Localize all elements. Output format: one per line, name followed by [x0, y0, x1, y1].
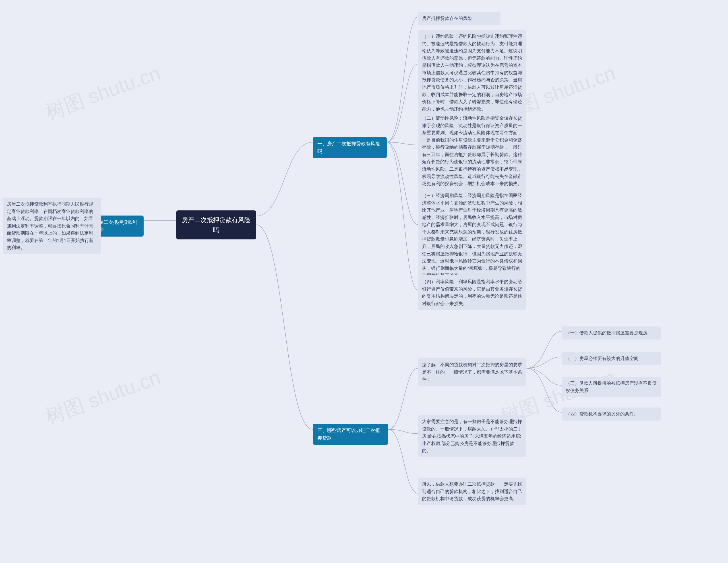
leaf-b3-1-3[interactable]: （三）借款人所提供的被抵押房产没有不良债权债务关系; [562, 377, 661, 397]
leaf-b3-1[interactable]: 据了解，不同的贷款机构对二次抵押的房屋的要求是不一样的，一般情况下，都需要满足以… [418, 358, 526, 386]
leaf-b1-0[interactable]: 房产抵押贷款存在的风险 [418, 12, 501, 25]
branch-1[interactable]: 一、房产二次抵押贷款有风险吗 [313, 137, 387, 158]
watermark: 树图 shutu.cn [42, 364, 164, 430]
branch-3[interactable]: 三、哪些房产可以办理二次抵押贷款 [313, 424, 388, 445]
leaf-b3-2[interactable]: 大家需要注意的是，有一些房子是不能够办理抵押贷款的。一般情况下，房龄太久、户型太… [418, 415, 526, 457]
leaf-b3-1-4[interactable]: （四）贷款机构要求的另外的条件。 [562, 407, 661, 421]
leaf-b1-1[interactable]: （一）违约风险：违约风险包括被迫违约和理性违约。被迫违约是指借款人的被动行为，支… [418, 30, 526, 115]
leaf-b2-1[interactable]: 房屋二次抵押贷款利率执行同期人民银行规定商业贷款利率，在同档次商业贷款利率的基础… [3, 198, 101, 254]
watermark: 树图 shutu.cn [42, 60, 164, 126]
leaf-b1-3[interactable]: （三）经济周期风险：经济周期风险是指在国民经济整体水平周而复始的波动过程中产生的… [418, 189, 526, 282]
root-node[interactable]: 房产二次抵押贷款有风险吗 [176, 210, 256, 239]
leaf-b3-3[interactable]: 所以，借款人想要办理二次抵押贷款，一定要先找到适合自己的贷款机构，相比之下，找到… [418, 478, 526, 505]
leaf-b3-1-1[interactable]: （一）借款人提供的抵押房屋需要是现房; [562, 326, 661, 340]
leaf-b1-4[interactable]: （四）利率风险：利率风险是指利率水平的变动给银行资产价值带来的风险，它是由其业务… [418, 275, 526, 310]
leaf-b1-2[interactable]: （二）流动性风险：流动性风险是指资金短存长贷难于变现的风险，流动性是银行保证资产… [418, 112, 526, 190]
leaf-b3-1-2[interactable]: （二）房屋必须要有较大的升值空间; [562, 352, 661, 365]
connector-lines [0, 0, 728, 563]
